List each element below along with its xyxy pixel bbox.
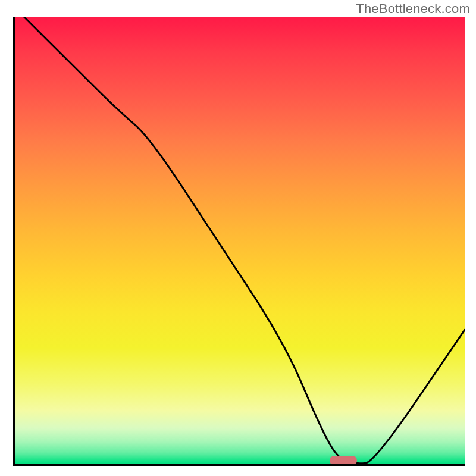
bottleneck-curve [24, 17, 465, 464]
optimal-marker [330, 456, 356, 465]
plot-area [13, 17, 465, 466]
chart-container: TheBottleneck.com [0, 0, 476, 476]
watermark-text: TheBottleneck.com [356, 1, 470, 17]
curve-svg [15, 17, 465, 464]
